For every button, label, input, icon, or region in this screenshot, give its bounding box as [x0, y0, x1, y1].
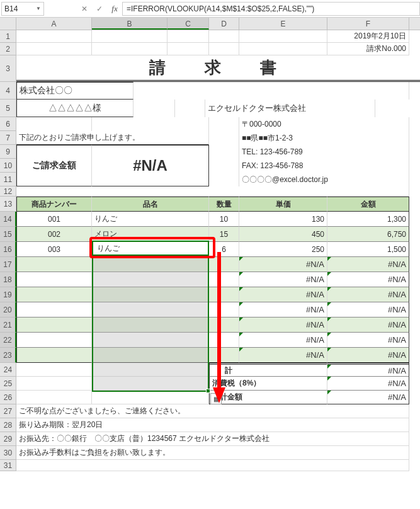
- footer-line-1: ご不明な点がございましたら、ご連絡ください。: [16, 404, 409, 418]
- th-price: 単価: [239, 197, 327, 212]
- supplier-fax: FAX: 123-456-788: [239, 159, 409, 173]
- subtotal-value: #N/A: [327, 363, 409, 377]
- row-headers: 1234567910111213141516171819202122232425…: [0, 30, 16, 471]
- th-qty: 数量: [209, 197, 239, 212]
- row-header-26[interactable]: 26: [0, 391, 16, 404]
- subtotal-label: 計: [209, 363, 327, 377]
- cell-amount: #N/A: [327, 317, 409, 333]
- cell-amount: #N/A: [327, 272, 409, 287]
- row-header-18[interactable]: 18: [0, 272, 16, 287]
- row-header-15[interactable]: 15: [0, 227, 16, 242]
- row-header-30[interactable]: 30: [0, 446, 16, 460]
- row-header-14[interactable]: 14: [0, 212, 16, 227]
- row-header-24[interactable]: 24: [0, 363, 16, 377]
- row-header-27[interactable]: 27: [0, 404, 16, 418]
- supplier-tel: TEL: 123-456-789: [239, 145, 409, 159]
- table-header-row: 商品ナンバー 品名 数量 単価 金額: [16, 197, 420, 212]
- cell-amount: 6,750: [327, 227, 409, 242]
- col-header-E[interactable]: E: [239, 18, 327, 30]
- cell-no: 003: [16, 242, 92, 257]
- row-header-29[interactable]: 29: [0, 432, 16, 446]
- name-box[interactable]: B14 ▼: [1, 2, 44, 16]
- row-header-21[interactable]: 21: [0, 317, 16, 333]
- customer-attn: △△△△△様: [16, 100, 133, 117]
- row-1: 2019年2月10日: [16, 30, 420, 43]
- row-header-20[interactable]: 20: [0, 302, 16, 317]
- cell-amount: #N/A: [327, 333, 409, 348]
- row-header-23[interactable]: 23: [0, 348, 16, 363]
- row-header-5[interactable]: 5: [0, 100, 16, 117]
- cell-qty: 15: [209, 227, 239, 242]
- table-row: #N/A#N/A: [16, 272, 420, 287]
- row-header-28[interactable]: 28: [0, 418, 16, 432]
- subtotal-row: 計 #N/A: [16, 363, 420, 377]
- row-header-25[interactable]: 25: [0, 377, 16, 391]
- row-header-2[interactable]: 2: [0, 43, 16, 55]
- col-header-F[interactable]: F: [327, 18, 409, 30]
- cell-price: #N/A: [239, 287, 327, 302]
- col-header-C[interactable]: C: [167, 18, 209, 30]
- fx-icon[interactable]: fx: [107, 2, 122, 16]
- formula-input[interactable]: =IFERROR(VLOOKUP(A14,$M$14:$O$25,2,FALSE…: [122, 2, 420, 16]
- row-header-7[interactable]: 7: [0, 131, 16, 145]
- autofill-options-button[interactable]: ▦: [210, 393, 222, 404]
- row-header-10[interactable]: 10: [0, 159, 16, 173]
- cell-no: [16, 257, 92, 272]
- cell-amount: 1,500: [327, 242, 409, 257]
- row-5: △△△△△様 エクセルドクター株式会社: [16, 100, 420, 117]
- cell-name: [92, 257, 209, 272]
- row-header-16[interactable]: 16: [0, 242, 16, 257]
- row-header-1[interactable]: 1: [0, 30, 16, 43]
- spreadsheet-grid: A B C D E F 1234567910111213141516171819…: [0, 18, 420, 471]
- table-row: #N/A#N/A: [16, 257, 420, 272]
- col-header-D[interactable]: D: [209, 18, 239, 30]
- supplier-name: エクセルドクター株式会社: [205, 100, 375, 117]
- row-header-31[interactable]: 31: [0, 460, 16, 471]
- col-header-B[interactable]: B: [92, 18, 167, 30]
- row-3: 請 求 書: [16, 55, 420, 82]
- row-header-3[interactable]: 3: [0, 55, 16, 82]
- cell-price: 450: [239, 227, 327, 242]
- cells-area[interactable]: 2019年2月10日 請求No.000 請 求 書 株式会社〇〇 △△△△△様: [16, 30, 420, 471]
- supplier-email: 〇〇〇〇@excel.doctor.jp: [239, 173, 409, 186]
- row-header-17[interactable]: 17: [0, 257, 16, 272]
- row-header-12[interactable]: 12: [0, 186, 16, 197]
- cell-amount: #N/A: [327, 302, 409, 317]
- row-header-9[interactable]: 9: [0, 145, 16, 159]
- table-row: 003パイナップル62501,500: [16, 242, 420, 257]
- billed-value: #N/A: [92, 145, 209, 186]
- cell-qty: 10: [209, 212, 239, 227]
- column-headers: A B C D E F: [0, 18, 420, 30]
- cell-qty: [209, 302, 239, 317]
- row-header-11[interactable]: 11: [0, 173, 16, 186]
- table-row: 002メロン154506,750: [16, 227, 420, 242]
- cell-qty: [209, 287, 239, 302]
- row-header-22[interactable]: 22: [0, 333, 16, 348]
- cell-name: りんご: [92, 212, 209, 227]
- col-header-A[interactable]: A: [16, 18, 92, 30]
- name-box-dropdown-icon[interactable]: ▼: [36, 6, 41, 11]
- th-name: 品名: [92, 197, 209, 212]
- cell-amount: #N/A: [327, 287, 409, 302]
- select-all-corner[interactable]: [0, 18, 16, 30]
- th-no: 商品ナンバー: [16, 197, 92, 212]
- row-header-13[interactable]: 13: [0, 197, 16, 212]
- row-header-6[interactable]: 6: [0, 117, 16, 131]
- footer-line-2: 振り込み期限：翌月20日: [16, 418, 409, 432]
- cell-price: #N/A: [239, 257, 327, 272]
- cancel-formula-icon[interactable]: ✕: [77, 2, 92, 16]
- row-header-19[interactable]: 19: [0, 287, 16, 302]
- row-9: ご請求金額 #N/A TEL: 123-456-789: [16, 145, 420, 159]
- cell-no: [16, 333, 92, 348]
- row-header-4[interactable]: 4: [0, 82, 16, 100]
- cell-amount: #N/A: [327, 257, 409, 272]
- row-2: 請求No.000: [16, 43, 420, 55]
- cell-price: #N/A: [239, 348, 327, 363]
- accept-formula-icon[interactable]: ✓: [92, 2, 107, 16]
- formula-text: =IFERROR(VLOOKUP(A14,$M$14:$O$25,2,FALSE…: [127, 4, 314, 13]
- cell-qty: [209, 272, 239, 287]
- active-cell[interactable]: りんご: [92, 241, 209, 256]
- cell-price: #N/A: [239, 302, 327, 317]
- table-row: #N/A#N/A: [16, 302, 420, 317]
- row-12: [16, 186, 420, 197]
